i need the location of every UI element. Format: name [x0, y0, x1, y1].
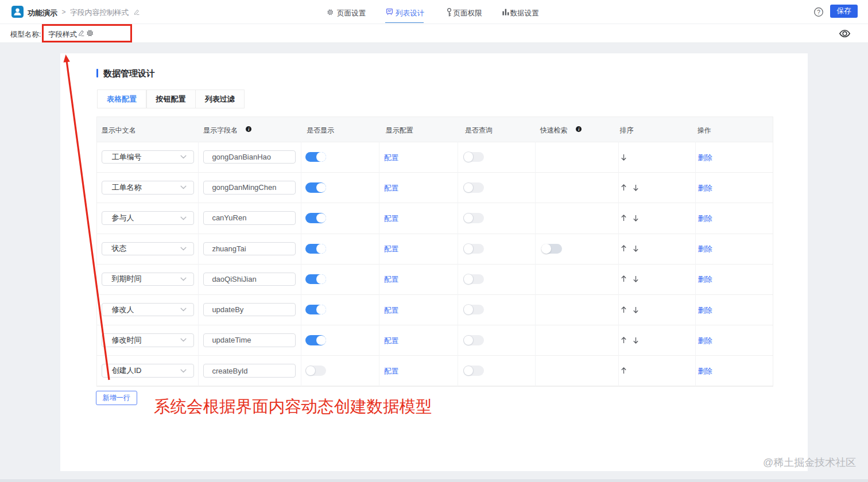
svg-text:?: ?	[817, 9, 820, 15]
